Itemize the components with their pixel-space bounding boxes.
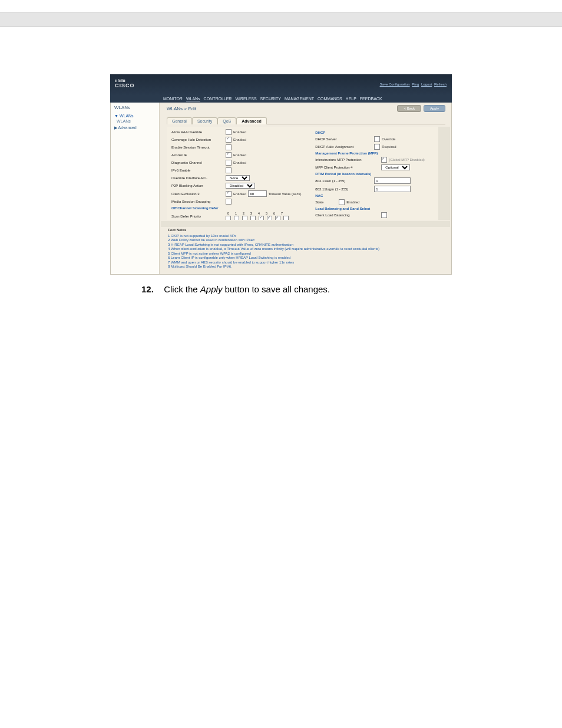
fn-6: 6 Learn Client IP is configurable only w… [168, 256, 445, 261]
logout-link[interactable]: Logout [421, 83, 432, 86]
footnotes: Foot Notes 1 CKIP is not supported by 10… [168, 228, 445, 269]
settings-col-left: Allow AAA OverrideEnabled Coverage Hole … [167, 127, 310, 220]
save-config-link[interactable]: Save Configuration [380, 83, 410, 86]
left-sidebar: WLANs ▼ WLANs WLANs ▶ Advanced [111, 103, 160, 274]
sd-7[interactable] [283, 216, 289, 220]
chk-media[interactable] [226, 199, 232, 205]
step-number: 12. [141, 284, 156, 294]
settings-col-right: DHCP DHCP ServerOverride DHCP Addr. Assi… [310, 127, 444, 220]
chk-diag[interactable] [226, 160, 232, 166]
sidebar-wlans[interactable]: WLANs [117, 119, 156, 123]
chk-mfpinfra[interactable] [381, 157, 387, 163]
tab-qos[interactable]: QoS [217, 117, 236, 124]
lbl-diag: Diagnostic Channel [171, 161, 226, 164]
page-top-bar [0, 12, 562, 27]
chk-dhcpserver[interactable] [374, 136, 380, 142]
lbl-cov: Coverage Hole Detection [171, 138, 226, 141]
tab-advanced[interactable]: Advanced [236, 117, 266, 124]
fn-2: 2 Web Policy cannot be used in combinati… [168, 238, 445, 243]
tab-row: General Security QoS Advanced [167, 117, 445, 124]
nav-monitor[interactable]: MONITOR [163, 97, 183, 101]
footnotes-head: Foot Notes [168, 228, 445, 233]
head-dtim: DTIM Period (in beacon intervals) [315, 172, 439, 176]
sidebar-wlans-group[interactable]: ▼ WLANs [114, 114, 156, 118]
sel-ovacl[interactable]: None [226, 175, 250, 181]
header-links: Save Configuration Ping Logout Refresh [379, 83, 447, 86]
caption-button: Apply [200, 284, 223, 294]
chk-cov[interactable] [226, 137, 232, 143]
sidebar-title: WLANs [114, 105, 156, 110]
caption-prefix: Click the [164, 284, 200, 294]
chk-aaa[interactable] [226, 129, 232, 135]
nav-help[interactable]: HELP [346, 97, 356, 101]
fn-5: 5 Client MFP is not active unless WPA2 i… [168, 252, 445, 256]
refresh-link[interactable]: Refresh [434, 83, 447, 86]
sd-5[interactable] [267, 216, 272, 220]
chk-clex[interactable] [226, 191, 232, 197]
nav-wlans[interactable]: WLANs [186, 97, 200, 101]
chk-lb[interactable] [381, 212, 387, 218]
fn-8: 8 Multicast Should Be Enabled For IPV6. [168, 265, 445, 269]
nav-feedback[interactable]: FEEDBACK [360, 97, 382, 101]
settings-scroll: Allow AAA OverrideEnabled Coverage Hole … [167, 127, 450, 220]
tab-security[interactable]: Security [192, 117, 217, 124]
tab-general[interactable]: General [167, 117, 192, 124]
sd-1[interactable] [234, 216, 239, 220]
chk-nacstate[interactable] [339, 199, 345, 205]
lbl-aaa: Allow AAA Override [171, 130, 226, 134]
nav-commands[interactable]: COMMANDS [318, 97, 342, 101]
lbl-sess: Enable Session Timeout [171, 146, 226, 149]
sd-2[interactable] [242, 216, 247, 220]
ping-link[interactable]: Ping [412, 83, 419, 86]
head-dhcp: DHCP [315, 131, 439, 134]
main-pane: WLANs > Edit < Back Apply General Securi… [160, 103, 451, 274]
chk-ipv6[interactable] [226, 167, 232, 173]
lbl-nacstate: State [315, 200, 339, 204]
lbl-dtimb: 802.11b/g/n (1 - 255) [315, 187, 374, 191]
fn-7: 7 WMM and open or AES security should be… [168, 261, 445, 265]
brand-logo: ıılıılıı CISCO [115, 78, 135, 88]
horizontal-scrollbar[interactable] [161, 221, 450, 227]
sidebar-advanced[interactable]: ▶ Advanced [114, 126, 156, 130]
apply-button[interactable]: Apply [424, 105, 445, 112]
app-header: ıılıılıı CISCO Save Configuration Ping L… [110, 74, 452, 95]
step-caption: 12. Click the Apply button to save all c… [141, 284, 527, 294]
head-offchannel: Off Channel Scanning Defer [171, 206, 306, 210]
fn-4: 4 When client exclusion is enabled, a Ti… [168, 247, 445, 252]
sd-0[interactable] [226, 216, 231, 220]
lbl-dhcpaddr: DHCP Addr. Assignment [315, 145, 374, 149]
app-body: WLANs ▼ WLANs WLANs ▶ Advanced WLANs > E… [110, 103, 452, 275]
vertical-scrollbar[interactable] [438, 127, 444, 220]
nav-bar: MONITOR WLANs CONTROLLER WIRELESS SECURI… [110, 95, 452, 103]
chk-dhcpaddr[interactable] [374, 144, 380, 150]
inp-dtima[interactable] [374, 177, 411, 184]
head-load: Load Balancing and Band Select [315, 207, 439, 210]
sd-3[interactable] [250, 216, 256, 220]
head-mfp: Management Frame Protection (MFP) [315, 151, 439, 155]
nav-wireless[interactable]: WIRELESS [235, 97, 256, 101]
lbl-aironet: Aironet IE [171, 153, 226, 157]
caption-suffix: button to save all changes. [225, 284, 330, 294]
wlc-screenshot: ıılıılıı CISCO Save Configuration Ping L… [110, 74, 452, 275]
lbl-mfpinfra: Infrastructure MFP Protection [315, 158, 381, 162]
fn-1: 1 CKIP is not supported by 10xx model AP… [168, 234, 445, 239]
lbl-dhcpserver: DHCP Server [315, 137, 374, 141]
lbl-mfpclient: MFP Client Protection 4 [315, 166, 381, 169]
back-button[interactable]: < Back [397, 105, 421, 112]
inp-dtimb[interactable] [374, 186, 411, 192]
scan-defer-nums: 01234567 [226, 212, 290, 215]
lbl-media: Media Session Snooping [171, 200, 226, 203]
sd-6[interactable] [275, 216, 280, 220]
chk-aironet[interactable] [226, 152, 232, 158]
sd-4[interactable] [259, 216, 264, 220]
lbl-ovacl: Override Interface ACL [171, 176, 226, 180]
nav-controller[interactable]: CONTROLLER [204, 97, 232, 101]
chk-sess[interactable] [226, 144, 232, 150]
sel-p2p[interactable]: Disabled [226, 183, 255, 189]
lbl-ipv6: IPv6 Enable [171, 169, 226, 172]
nav-management[interactable]: MANAGEMENT [285, 97, 314, 101]
lbl-clex: Client Exclusion 3 [171, 192, 226, 196]
inp-clex-timeout[interactable] [248, 190, 267, 197]
nav-security[interactable]: SECURITY [260, 97, 281, 101]
sel-mfpclient[interactable]: Optional [381, 164, 410, 170]
